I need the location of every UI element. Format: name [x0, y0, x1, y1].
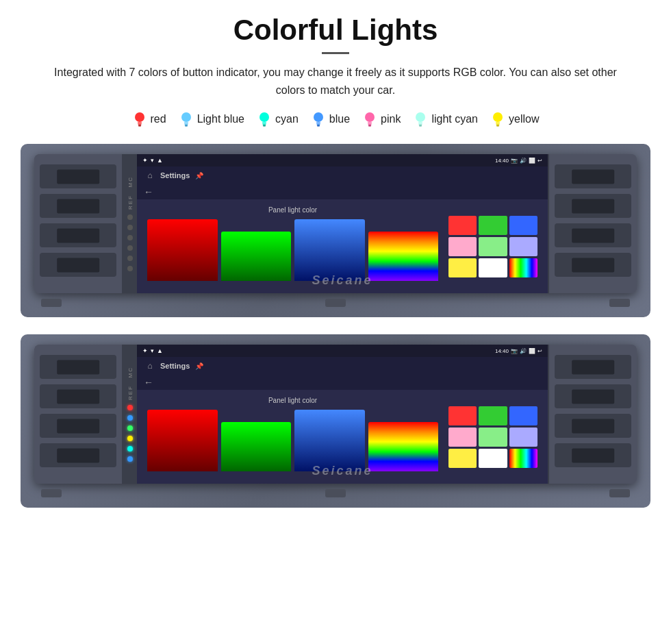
svg-rect-18 [368, 124, 372, 125]
bar-rainbow-1 [368, 232, 439, 281]
statusbar-2: ✦ ▾ ▲ 14:40 📷 🔊 ⬜ ↩ [137, 345, 548, 357]
time-display-1: 14:40 [495, 158, 509, 164]
svg-point-20 [416, 112, 425, 122]
bt-icon-2: ✦ [142, 347, 148, 354]
statusbar-right-1: 14:40 📷 🔊 ⬜ ↩ [495, 158, 542, 164]
pin-icon-2: 📌 [195, 362, 203, 370]
back-arrow-1[interactable]: ← [144, 186, 153, 197]
color-bars-1 [147, 219, 438, 281]
ref-label-2: REF [127, 385, 134, 400]
ind-light-2e [127, 446, 133, 451]
bottom-btn-2a [41, 489, 62, 497]
indicator-strip-1: MC REF [123, 154, 137, 293]
back-icon-1: ↩ [537, 158, 542, 164]
right-slot-1d [555, 253, 631, 277]
svg-rect-25 [496, 122, 500, 124]
left-slot-1c [40, 223, 116, 247]
color-label-pink-text: pink [381, 113, 401, 125]
statusbar-right-2: 14:40 📷 🔊 ⬜ ↩ [495, 348, 542, 354]
bulb-icon-blue [311, 110, 326, 129]
bar-blue-2 [294, 410, 365, 471]
svg-rect-5 [184, 122, 188, 124]
right-panel-2 [548, 345, 637, 484]
screen-2: ✦ ▾ ▲ 14:40 📷 🔊 ⬜ ↩ ⌂ Settings [137, 345, 548, 484]
ind-light-2d [127, 436, 133, 441]
statusbar-1: ✦ ▾ ▲ 14:40 📷 🔊 ⬜ ↩ [137, 154, 548, 166]
indicator-strip-2: MC REF [123, 345, 137, 484]
color-label-pink: pink [362, 110, 401, 129]
header-section: Colorful Lights Integrated with 7 colors… [21, 14, 650, 99]
color-grid-wrapper-1 [448, 206, 537, 286]
cell-white-2 [479, 449, 507, 468]
ind-light-1d [127, 245, 133, 251]
cell-pink-1 [448, 237, 477, 256]
right-slot-2d [555, 443, 631, 467]
right-slot-1b [555, 194, 631, 218]
back-icon-2: ↩ [537, 348, 542, 354]
window-icon-2: ⬜ [529, 348, 535, 354]
bulb-icon-pink [362, 110, 377, 129]
cell-white-1 [479, 258, 507, 277]
svg-rect-9 [262, 122, 266, 124]
left-slot-2c [40, 414, 116, 438]
color-label-yellow-text: yellow [509, 113, 539, 125]
left-panel-1 [34, 154, 123, 293]
car-radio-unit-2: MC REF ✦ ▾ ▲ 14:4 [21, 334, 650, 508]
bottom-btn-1c [609, 299, 630, 307]
color-label-cyan: cyan [257, 110, 299, 129]
right-slot-2b [555, 384, 631, 408]
cell-blue-1 [509, 216, 537, 235]
color-label-yellow: yellow [490, 110, 539, 129]
svg-rect-11 [263, 125, 266, 127]
svg-rect-23 [419, 125, 422, 127]
panel-light-section-1: Panel light color [147, 206, 438, 286]
ind-light-2c [127, 425, 133, 431]
bulb-icon-light-blue [179, 110, 194, 129]
bottom-btn-1a [41, 299, 62, 307]
color-label-light-blue: Light blue [179, 110, 244, 129]
svg-point-24 [493, 112, 503, 122]
ref-label-1: REF [127, 195, 134, 210]
left-slot-2a [40, 355, 116, 379]
cell-lightblue-2 [509, 428, 537, 447]
cell-red-2 [448, 406, 477, 425]
wifi-icon-2: ▾ [151, 347, 154, 354]
screen-1: ✦ ▾ ▲ 14:40 📷 🔊 ⬜ ↩ ⌂ Settings [137, 154, 548, 293]
content-2: Panel light color [137, 390, 548, 484]
bar-rainbow-2 [368, 422, 439, 471]
volume-icon-2: 🔊 [520, 348, 527, 354]
cell-blue-2 [509, 406, 537, 425]
camera-icon-2: 📷 [511, 348, 518, 354]
title-divider [322, 52, 349, 54]
panel-light-title-1: Panel light color [147, 206, 438, 214]
home-button-2[interactable]: ⌂ [144, 360, 156, 372]
left-slot-1b [40, 194, 116, 218]
svg-rect-13 [316, 122, 320, 124]
bottom-btn-1b [325, 299, 346, 307]
back-arrow-2[interactable]: ← [144, 377, 153, 388]
svg-rect-2 [138, 124, 141, 125]
panel-light-section-2: Panel light color [147, 397, 438, 477]
cell-lightgreen-1 [479, 237, 507, 256]
ind-light-1c [127, 235, 133, 240]
color-bars-2 [147, 410, 438, 471]
volume-icon-1: 🔊 [520, 158, 527, 164]
cell-lightgreen-2 [479, 428, 507, 447]
home-button-1[interactable]: ⌂ [144, 169, 156, 182]
svg-rect-19 [368, 125, 371, 127]
bulb-icon-cyan [257, 110, 272, 129]
cell-yellow-1 [448, 258, 477, 277]
color-label-red: red [132, 110, 166, 129]
svg-rect-27 [496, 125, 499, 127]
bar-green-2 [221, 422, 292, 471]
svg-rect-22 [419, 124, 422, 125]
svg-rect-1 [138, 122, 142, 124]
car-radio-unit-1: MC REF ✦ ▾ ▲ 14:4 [21, 144, 650, 317]
bulb-icon-light-cyan [413, 110, 428, 129]
bottom-row-1 [34, 299, 637, 307]
svg-rect-26 [496, 124, 500, 125]
right-slot-1a [555, 164, 631, 188]
svg-rect-6 [184, 124, 188, 125]
topbar-1: ⌂ Settings 📌 [137, 166, 548, 184]
ind-light-1b [127, 225, 133, 230]
